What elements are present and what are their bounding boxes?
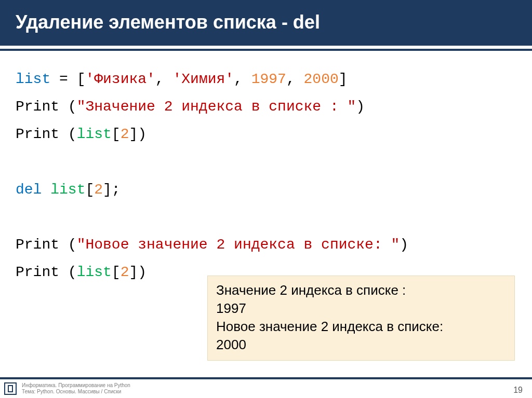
code-line-1: list = ['Физика', 'Химия', 1997, 2000] bbox=[16, 65, 516, 93]
footer-logo-inner bbox=[8, 385, 13, 392]
output-line-2: 1997 bbox=[216, 299, 506, 318]
slide-title: Удаление элементов списка - del bbox=[0, 0, 532, 46]
blank-2 bbox=[16, 203, 516, 231]
output-box: Значение 2 индекса в списке : 1997 Новое… bbox=[207, 276, 515, 361]
footer: Информатика. Программирование на Python … bbox=[0, 377, 532, 398]
title-text: Удаление элементов списка - del bbox=[16, 11, 320, 33]
output-line-3: Новое значение 2 индекса в списке: bbox=[216, 318, 506, 336]
code-line-4: del list[2]; bbox=[16, 176, 516, 203]
page-number: 19 bbox=[513, 386, 523, 395]
footer-logo-icon bbox=[4, 382, 17, 395]
footer-text: Информатика. Программирование на Python … bbox=[22, 382, 130, 395]
footer-line-2: Тема: Python. Основы. Массивы / Списки bbox=[22, 389, 130, 395]
output-line-4: 2000 bbox=[216, 336, 506, 354]
code-line-2: Print ("Значение 2 индекса в списке : ") bbox=[16, 93, 516, 120]
code-line-3: Print (list[2]) bbox=[16, 120, 516, 148]
code-line-5: Print ("Новое значение 2 индекса в списк… bbox=[16, 231, 516, 258]
output-line-1: Значение 2 индекса в списке : bbox=[216, 281, 506, 299]
blank-1 bbox=[16, 148, 516, 176]
slide-content: list = ['Физика', 'Химия', 1997, 2000] P… bbox=[0, 51, 532, 377]
slide: Удаление элементов списка - del list = [… bbox=[0, 0, 532, 398]
footer-line-1: Информатика. Программирование на Python bbox=[22, 382, 130, 389]
